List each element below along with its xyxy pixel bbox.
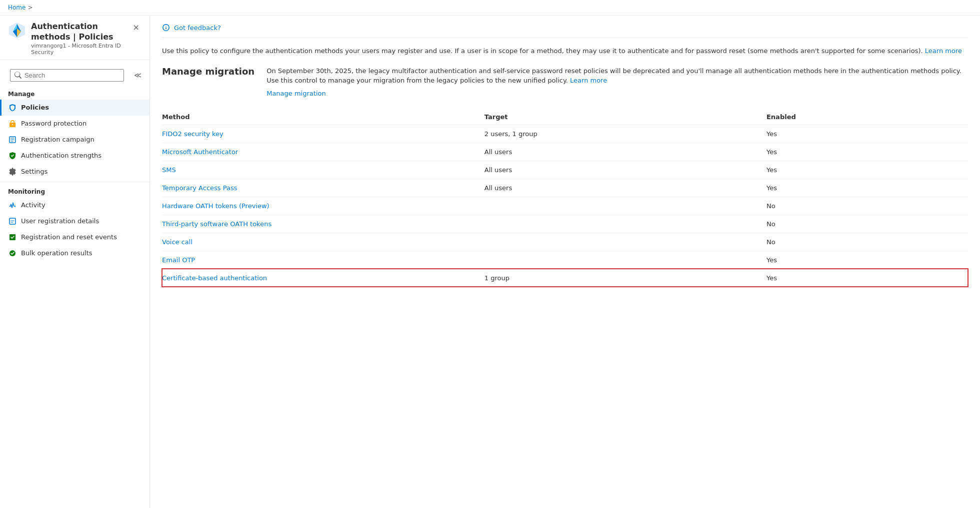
table-row: Temporary Access PassAll usersYes [162, 179, 968, 197]
method-link[interactable]: SMS [162, 166, 176, 174]
sidebar-item-user-registration[interactable]: User registration details [0, 213, 150, 229]
sidebar-header: Authentication methods | Policies vimran… [0, 16, 150, 60]
user-reg-icon [8, 217, 17, 226]
enabled-cell: No [766, 215, 968, 233]
target-cell: All users [484, 143, 766, 161]
target-cell: All users [484, 179, 766, 197]
method-cell: Third-party software OATH tokens [162, 215, 484, 233]
sidebar-item-settings[interactable]: Settings [0, 164, 150, 180]
enabled-cell: No [766, 197, 968, 215]
method-link[interactable]: Voice call [162, 238, 192, 246]
sidebar-title-block: Authentication methods | Policies vimran… [31, 22, 126, 56]
table-row: Third-party software OATH tokensNo [162, 215, 968, 233]
method-link[interactable]: FIDO2 security key [162, 130, 224, 138]
feedback-bar: Got feedback? [162, 24, 968, 38]
table-row: Certificate-based authentication1 groupY… [162, 269, 968, 287]
method-link[interactable]: Certificate-based authentication [162, 274, 267, 282]
table-row: FIDO2 security key2 users, 1 groupYes [162, 125, 968, 143]
methods-table: Method Target Enabled FIDO2 security key… [162, 109, 968, 287]
migration-description: On September 30th, 2025, the legacy mult… [266, 66, 968, 86]
sidebar-item-password-protection[interactable]: Password protection [0, 116, 150, 132]
method-cell: Voice call [162, 233, 484, 251]
sidebar-item-activity[interactable]: Activity [0, 197, 150, 213]
search-input[interactable] [24, 72, 120, 79]
sidebar-item-auth-strengths[interactable]: Authentication strengths [0, 148, 150, 164]
method-link[interactable]: Hardware OATH tokens (Preview) [162, 202, 270, 210]
table-row: Voice callNo [162, 233, 968, 251]
migration-content: On September 30th, 2025, the legacy mult… [266, 66, 968, 97]
target-cell [484, 197, 766, 215]
migration-learn-more-link[interactable]: Learn more [570, 77, 607, 84]
method-cell: Certificate-based authentication [162, 269, 484, 287]
reg-reset-icon [8, 233, 17, 242]
monitoring-section-label: Monitoring [0, 184, 150, 197]
method-cell: SMS [162, 161, 484, 179]
svg-rect-7 [10, 218, 16, 224]
target-cell [484, 215, 766, 233]
table-row: SMSAll usersYes [162, 161, 968, 179]
target-cell: 2 users, 1 group [484, 125, 766, 143]
sidebar: Authentication methods | Policies vimran… [0, 16, 150, 508]
settings-icon [8, 167, 17, 176]
registration-campaign-icon [8, 135, 17, 144]
feedback-icon [162, 24, 170, 32]
sidebar-item-reg-reset[interactable]: Registration and reset events [0, 229, 150, 245]
password-icon [8, 119, 17, 128]
close-button[interactable]: × [131, 22, 142, 34]
migration-title: Manage migration [162, 66, 254, 77]
enabled-cell: Yes [766, 125, 968, 143]
enabled-cell: Yes [766, 251, 968, 269]
sidebar-item-password-label: Password protection [21, 120, 86, 127]
method-link[interactable]: Third-party software OATH tokens [162, 220, 272, 228]
enabled-cell: Yes [766, 179, 968, 197]
sidebar-item-auth-strengths-label: Authentication strengths [21, 152, 102, 159]
main-content: Got feedback? Use this policy to configu… [150, 16, 980, 508]
method-cell: Microsoft Authenticator [162, 143, 484, 161]
sidebar-item-user-reg-label: User registration details [21, 217, 99, 225]
enabled-cell: Yes [766, 143, 968, 161]
bulk-icon [8, 249, 17, 258]
target-cell: 1 group [484, 269, 766, 287]
sidebar-item-reg-reset-label: Registration and reset events [21, 233, 117, 241]
method-link[interactable]: Temporary Access Pass [162, 184, 237, 192]
enabled-cell: Yes [766, 269, 968, 287]
table-header: Method Target Enabled [162, 109, 968, 125]
policies-icon [8, 103, 17, 112]
method-cell: Hardware OATH tokens (Preview) [162, 197, 484, 215]
sidebar-item-bulk-ops[interactable]: Bulk operation results [0, 245, 150, 261]
app-icon [8, 22, 26, 40]
sidebar-app-title: Authentication methods | Policies [31, 22, 126, 43]
target-cell: All users [484, 161, 766, 179]
col-method: Method [162, 109, 484, 125]
methods-table-body: FIDO2 security key2 users, 1 groupYesMic… [162, 125, 968, 287]
learn-more-desc-link[interactable]: Learn more [925, 47, 962, 55]
sidebar-divider [0, 182, 150, 182]
collapse-sidebar-button[interactable]: ≪ [130, 70, 146, 80]
col-enabled: Enabled [766, 109, 968, 125]
manage-migration-link[interactable]: Manage migration [266, 90, 968, 97]
method-cell: FIDO2 security key [162, 125, 484, 143]
home-link[interactable]: Home [8, 4, 26, 11]
method-link[interactable]: Email OTP [162, 256, 195, 264]
target-cell [484, 251, 766, 269]
sidebar-item-policies[interactable]: Policies [0, 100, 150, 116]
feedback-link[interactable]: Got feedback? [174, 24, 221, 32]
table-row: Email OTPYes [162, 251, 968, 269]
breadcrumb-separator: > [28, 4, 32, 11]
breadcrumb: Home > [0, 0, 980, 15]
description-text: Use this policy to configure the authent… [162, 46, 968, 56]
sidebar-app-subtitle: vimrangorg1 - Microsoft Entra ID Securit… [31, 43, 126, 56]
search-box [10, 69, 124, 82]
sidebar-item-registration-campaign[interactable]: Registration campaign [0, 132, 150, 148]
auth-strength-icon [8, 151, 17, 160]
target-cell [484, 233, 766, 251]
method-cell: Email OTP [162, 251, 484, 269]
col-target: Target [484, 109, 766, 125]
enabled-cell: No [766, 233, 968, 251]
table-row: Hardware OATH tokens (Preview)No [162, 197, 968, 215]
sidebar-item-activity-label: Activity [21, 201, 46, 209]
method-link[interactable]: Microsoft Authenticator [162, 148, 238, 156]
method-cell: Temporary Access Pass [162, 179, 484, 197]
table-row: Microsoft AuthenticatorAll usersYes [162, 143, 968, 161]
manage-section-label: Manage [0, 87, 150, 100]
